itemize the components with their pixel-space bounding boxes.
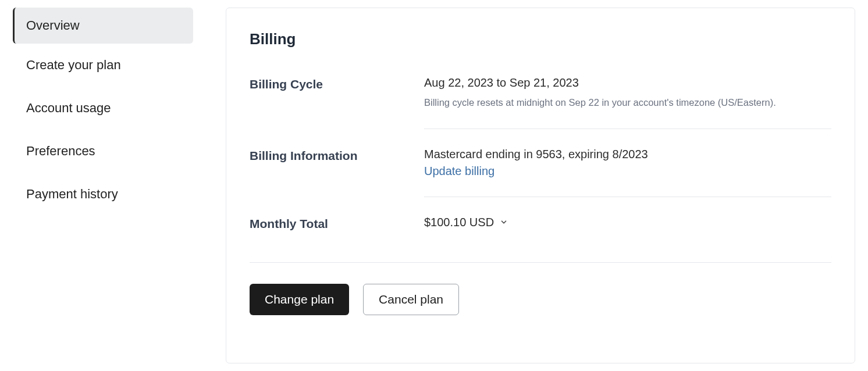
billing-info-label: Billing Information	[250, 148, 424, 163]
monthly-total-toggle[interactable]: $100.10 USD	[424, 216, 508, 229]
billing-info-value: Mastercard ending in 9563, expiring 8/20…	[424, 148, 831, 178]
footer-divider	[250, 262, 831, 263]
billing-info-row: Billing Information Mastercard ending in…	[250, 148, 831, 178]
panel-title: Billing	[250, 30, 831, 48]
divider	[424, 197, 831, 197]
monthly-total-amount: $100.10 USD	[424, 216, 494, 229]
sidebar-item-create-plan[interactable]: Create your plan	[13, 44, 193, 87]
billing-panel: Billing Billing Cycle Aug 22, 2023 to Se…	[226, 8, 855, 363]
chevron-down-icon	[500, 218, 508, 226]
button-row: Change plan Cancel plan	[250, 284, 831, 315]
billing-cycle-row: Billing Cycle Aug 22, 2023 to Sep 21, 20…	[250, 76, 831, 110]
divider	[424, 129, 831, 129]
sidebar-item-payment-history[interactable]: Payment history	[13, 173, 193, 216]
billing-cycle-range: Aug 22, 2023 to Sep 21, 2023	[424, 76, 831, 90]
monthly-total-label: Monthly Total	[250, 216, 424, 231]
sidebar-item-label: Preferences	[26, 144, 95, 158]
cancel-plan-button[interactable]: Cancel plan	[363, 284, 459, 315]
sidebar-item-overview[interactable]: Overview	[13, 8, 193, 44]
update-billing-link[interactable]: Update billing	[424, 165, 495, 178]
billing-cycle-label: Billing Cycle	[250, 76, 424, 91]
sidebar-item-label: Payment history	[26, 187, 118, 201]
change-plan-button[interactable]: Change plan	[250, 284, 349, 315]
sidebar: Overview Create your plan Account usage …	[13, 8, 205, 363]
sidebar-item-label: Create your plan	[26, 58, 121, 72]
sidebar-item-label: Account usage	[26, 101, 111, 115]
monthly-total-row: Monthly Total $100.10 USD	[250, 216, 831, 231]
sidebar-item-account-usage[interactable]: Account usage	[13, 87, 193, 130]
billing-cycle-value: Aug 22, 2023 to Sep 21, 2023 Billing cyc…	[424, 76, 831, 110]
monthly-total-value: $100.10 USD	[424, 216, 831, 229]
sidebar-item-preferences[interactable]: Preferences	[13, 130, 193, 173]
billing-card-text: Mastercard ending in 9563, expiring 8/20…	[424, 148, 831, 161]
billing-cycle-note: Billing cycle resets at midnight on Sep …	[424, 95, 831, 110]
sidebar-item-label: Overview	[26, 18, 80, 33]
